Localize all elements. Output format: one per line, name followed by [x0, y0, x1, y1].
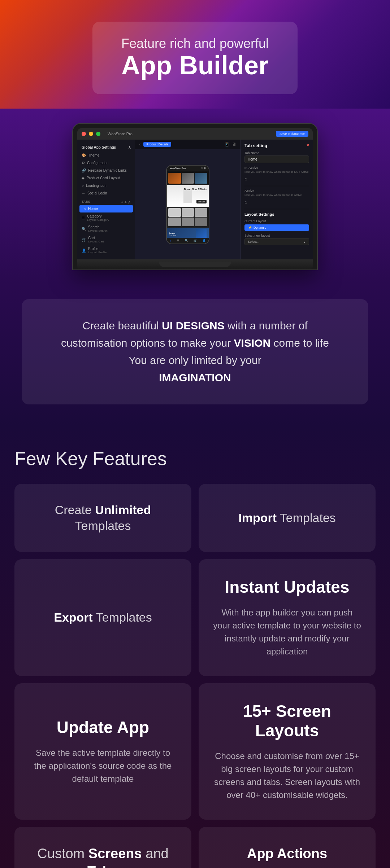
nav-profile: 👤	[203, 239, 206, 242]
thumb1	[168, 208, 181, 217]
app-topbar: ‹ Product Details 📱 🖥	[135, 140, 240, 149]
update-sub: Save the active template directly to the…	[29, 746, 177, 785]
sidebar-item-loading[interactable]: ○ Loading icon	[77, 182, 135, 189]
active-label: Active	[244, 189, 309, 193]
thumb6	[195, 218, 207, 226]
unlimited-text: Create Unlimited Templates	[55, 502, 151, 534]
jeans-banner: Jeans Buy Now	[167, 228, 209, 238]
see-now-btn: See Now	[196, 197, 207, 204]
hero-subtitle: Feature rich and powerful	[121, 36, 269, 51]
select-layout-label: Select new layout	[244, 234, 309, 237]
features-row4: Custom Screens and Tabs Create custom sc…	[14, 827, 376, 868]
feature-card-instant: Instant Updates With the app builder you…	[199, 559, 376, 676]
nav-cart: 🛒	[194, 239, 197, 242]
sidebar-header: Global App Settings ∧	[77, 143, 135, 152]
desc-line4: IMAGINATION	[43, 369, 347, 386]
panel-title: Tab setting ✕	[244, 143, 309, 148]
settings-panel: Tab setting ✕ Tab Name Home In-Active Ic…	[240, 140, 313, 259]
phone-preview-area: WooStore Pro ♡ ⊞	[135, 149, 240, 259]
features-row1: Create Unlimited Templates Import Templa…	[14, 484, 376, 552]
feature-card-import: Import Templates	[199, 484, 376, 552]
tab-name-value[interactable]: Home	[244, 155, 309, 163]
desc-line1: Create beautiful UI DESIGNS with a numbe…	[43, 317, 347, 334]
laptop-frame: WooStore Pro Save to database Global App…	[72, 123, 318, 270]
home-tab-icon: ⌂	[84, 207, 86, 211]
sidebar-item-theme[interactable]: 🎨 Theme	[77, 152, 135, 159]
product-thumb-clothing	[195, 173, 207, 184]
sidebar-item-configuration[interactable]: ⚙ Configuration	[77, 159, 135, 167]
active-desc: Icon you want to show when the tab is Ac…	[244, 193, 309, 197]
product-icon: ◆	[82, 176, 84, 180]
sidebar-tab-search[interactable]: 🔍 Search Layout: Search	[77, 223, 135, 234]
desktop-icon: 🖥	[232, 142, 236, 147]
feature-card-custom-screens: Custom Screens and Tabs Create custom sc…	[14, 827, 191, 868]
product-thumb-bag	[168, 173, 181, 184]
thumb3	[195, 208, 207, 217]
app-window-title: WooStore Pro	[108, 132, 133, 136]
layout-badge: ⚡ Dynamic	[244, 224, 309, 231]
inactive-desc: Icon you want to show when the tab is NO…	[244, 170, 309, 174]
social-icon: →	[82, 191, 85, 195]
loading-icon: ○	[82, 184, 84, 188]
inactive-home-icon: ⌂	[244, 176, 247, 181]
feature-card-export: Export Templates	[14, 559, 191, 676]
thumb4	[168, 218, 181, 226]
jeans-image	[196, 229, 207, 238]
theme-icon: 🎨	[82, 153, 86, 157]
hero-text-box: Feature rich and powerful App Builder	[92, 22, 298, 94]
save-database-button[interactable]: Save to database	[276, 131, 308, 137]
laptop-titlebar: WooStore Pro Save to database	[77, 128, 313, 140]
features-row2: Export Templates Instant Updates With th…	[14, 559, 376, 676]
phone-mock: WooStore Pro ♡ ⊞	[166, 165, 209, 244]
sidebar-tab-home[interactable]: ⌂ Home	[79, 205, 133, 212]
product-thumb-shirt	[182, 173, 194, 184]
features-row3: Update App Save the active template dire…	[14, 683, 376, 820]
phone-bottom-nav: ⌂ ☰ 🔍 🛒 👤	[167, 238, 209, 244]
phone-content: Brand New TShirts See Now	[167, 171, 209, 238]
laptop-section: WooStore Pro Save to database Global App…	[0, 109, 390, 277]
dot-yellow	[89, 132, 93, 136]
tabs-section-title: Tabs + + ∧	[77, 197, 135, 205]
chevron-down-icon: ∨	[303, 240, 306, 244]
product-grid-mid	[167, 207, 209, 228]
laptop-stand	[159, 262, 231, 267]
store-name: WooStore Pro	[170, 167, 186, 170]
panel-close-button[interactable]: ✕	[306, 143, 309, 147]
laptop-screen: Global App Settings ∧ 🎨 Theme ⚙ Configur…	[77, 140, 313, 259]
description-section: Create beautiful UI DESIGNS with a numbe…	[0, 277, 390, 426]
profile-tab-icon: 👤	[82, 249, 86, 253]
jeans-text: Jeans	[169, 232, 176, 234]
sidebar-item-firebase[interactable]: 🔗 Firebase Dynamic Links	[77, 167, 135, 174]
import-text: Import Templates	[238, 510, 336, 526]
feature-card-unlimited: Create Unlimited Templates	[14, 484, 191, 552]
custom-screens-title: Custom Screens and Tabs	[29, 845, 177, 868]
sidebar-tab-category[interactable]: ☰ Category Layout: Category	[77, 212, 135, 223]
shirt-hero: Brand New TShirts See Now	[167, 185, 209, 207]
description-box: Create beautiful UI DESIGNS with a numbe…	[22, 299, 368, 404]
phone-screen: WooStore Pro ♡ ⊞	[167, 166, 209, 244]
feature-card-update: Update App Save the active template dire…	[14, 683, 191, 820]
lightning-icon: ⚡	[248, 226, 252, 229]
sidebar-item-product-card[interactable]: ◆ Product Card Layout	[77, 174, 135, 182]
select-layout-dropdown[interactable]: Select... ∨	[244, 238, 309, 245]
dot-green	[96, 132, 100, 136]
update-title: Update App	[57, 718, 149, 737]
app-sidebar: Global App Settings ∧ 🎨 Theme ⚙ Configur…	[77, 140, 135, 259]
instant-sub: With the app builder you can push your a…	[213, 606, 361, 658]
thumb5	[182, 218, 194, 226]
cart-tab-icon: 🛒	[82, 238, 86, 242]
current-layout-label: Current Layout	[244, 219, 309, 223]
sidebar-tab-profile[interactable]: 👤 Profile Layout: Profile	[77, 245, 135, 256]
banner-text: Brand New TShirts	[184, 188, 207, 191]
sidebar-tab-cart[interactable]: 🛒 Cart Layout: Cart	[77, 234, 135, 245]
back-button[interactable]: ‹	[139, 143, 140, 146]
phone-header: WooStore Pro ♡ ⊞	[167, 166, 209, 171]
phone-icons: ♡ ⊞	[201, 167, 206, 170]
feature-card-screens: 15+ Screen Layouts Choose and customise …	[199, 683, 376, 820]
feature-card-app-actions: App Actions Connect component in the app	[199, 827, 376, 868]
firebase-icon: 🔗	[82, 168, 86, 172]
layout-badge-container: ⚡ Dynamic	[244, 224, 309, 231]
layout-settings-title: Layout Settings	[244, 212, 309, 216]
sidebar-item-social[interactable]: → Social Login	[77, 189, 135, 197]
screens-sub: Choose and customise from over 15+ big s…	[213, 750, 361, 802]
